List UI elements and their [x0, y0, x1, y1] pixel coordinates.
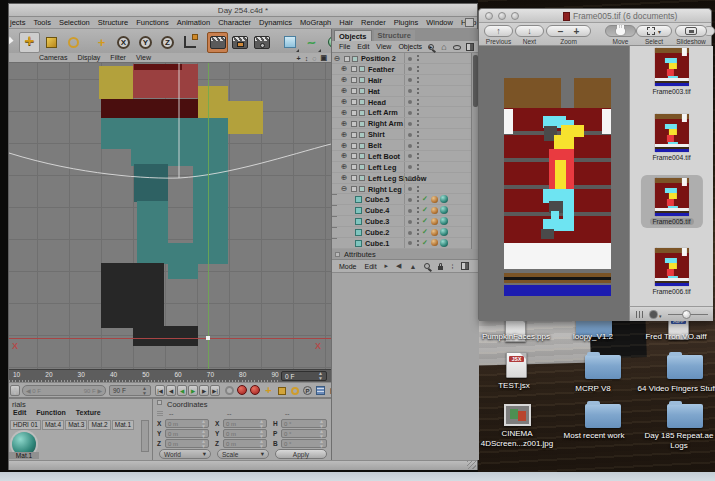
search-icon[interactable] — [424, 263, 430, 269]
slider-knob[interactable] — [682, 310, 691, 319]
tree-item-head[interactable]: ⊕Head — [332, 97, 472, 108]
tree-item-cube-4[interactable]: Cube.4✓ — [332, 205, 472, 216]
editor-render-dots[interactable] — [417, 229, 419, 231]
z-axis-lock-icon[interactable]: Z — [157, 32, 178, 53]
menu-plugins[interactable]: Plugins — [394, 18, 419, 27]
texture-tag-icon[interactable] — [431, 229, 438, 236]
expand-icon[interactable]: ⊕ — [341, 87, 347, 95]
attributes-menu-edit[interactable]: Edit — [365, 263, 377, 270]
editor-render-dots[interactable] — [417, 240, 419, 242]
material-chip-mat-3[interactable]: Mat.3 — [65, 420, 87, 430]
menu-selection[interactable]: Selection — [59, 18, 90, 27]
editor-render-dots[interactable] — [417, 88, 419, 90]
expand-icon[interactable]: ⊖ — [334, 55, 340, 63]
close-button[interactable] — [485, 12, 493, 20]
panel-icon[interactable] — [461, 262, 469, 270]
tab-structure[interactable]: Structure — [374, 30, 415, 41]
editor-render-dots[interactable] — [417, 77, 419, 79]
tree-item-cube-5[interactable]: Cube.5✓ — [332, 194, 472, 205]
visibility-dot[interactable] — [408, 100, 412, 104]
move-button[interactable] — [605, 25, 636, 37]
tree-item-left-leg[interactable]: ⊕Left Leg — [332, 162, 472, 173]
goto-start-icon[interactable]: |◀ — [155, 385, 165, 396]
panel-dot-icon[interactable] — [335, 252, 340, 257]
materials-menu-texture[interactable]: Texture — [76, 409, 101, 416]
texture-tag-icon[interactable] — [431, 196, 438, 203]
attributes-title[interactable]: Attributes — [344, 250, 376, 259]
key-position-icon[interactable]: + — [263, 385, 274, 396]
coord-field-x-1[interactable]: 0 m▲▼ — [165, 419, 209, 428]
desktop-icon-cinema-4dscreen-z001-jpg[interactable] — [504, 404, 531, 426]
tree-item-belt[interactable]: ⊕Belt — [332, 140, 472, 151]
material-name[interactable]: Mat.1 — [9, 452, 39, 459]
visibility-dot[interactable] — [408, 133, 412, 137]
objects-menu-file[interactable]: File — [339, 43, 350, 50]
enabled-check-icon[interactable]: ✓ — [422, 239, 428, 247]
expand-icon[interactable]: ⊕ — [341, 163, 347, 171]
desktop-icon-mcrp-v8[interactable] — [585, 355, 621, 379]
render-picture-viewer-icon[interactable] — [229, 32, 250, 53]
visibility-dot[interactable] — [408, 198, 412, 202]
zoom-in-icon[interactable]: + — [574, 26, 580, 37]
expand-icon[interactable]: ⊕ — [341, 65, 347, 73]
mode-dropdown[interactable]: Scale▾ — [217, 449, 269, 459]
expand-icon[interactable]: ⊕ — [341, 174, 347, 182]
editor-render-dots[interactable] — [417, 55, 419, 57]
tree-item-left-boot[interactable]: ⊕Left Boot — [332, 151, 472, 162]
zoom-out-icon[interactable]: − — [558, 26, 564, 37]
materials-menu-function[interactable]: Function — [36, 409, 66, 416]
editor-render-dots[interactable] — [417, 186, 419, 188]
apply-button[interactable]: Apply — [275, 449, 327, 459]
key-scale-icon[interactable] — [276, 385, 287, 396]
lock-icon[interactable] — [438, 263, 443, 270]
coord-field-y-2[interactable]: 0 m▲▼ — [223, 429, 267, 438]
preview-canvas[interactable] — [479, 46, 629, 321]
back-arrow-icon[interactable]: ◀ — [396, 262, 401, 270]
minimize-button[interactable] — [498, 12, 506, 20]
sphere-primitive-icon[interactable] — [323, 32, 331, 53]
coord-field-p-3[interactable]: 0 °▲▼ — [281, 429, 327, 438]
rotate-tool-icon[interactable] — [63, 32, 84, 53]
expand-icon[interactable]: ⊕ — [341, 76, 347, 84]
attributes-menu-mode[interactable]: Mode — [339, 263, 357, 270]
record-key-icon[interactable] — [250, 385, 260, 395]
render-view-icon[interactable] — [207, 32, 228, 53]
menu-animation[interactable]: Animation — [177, 18, 210, 27]
editor-render-dots[interactable] — [417, 66, 419, 68]
visibility-dot[interactable] — [408, 209, 412, 213]
menu-structure[interactable]: Structure — [98, 18, 128, 27]
desktop-icon-64-video-fingers-stuff[interactable] — [667, 355, 703, 379]
toggle-view-icon[interactable]: ▣ — [320, 54, 327, 62]
coord-field-z-1[interactable]: 0 m▲▼ — [165, 439, 209, 448]
objects-menu-objects[interactable]: Objects — [398, 43, 422, 50]
expand-icon[interactable]: ⊕ — [341, 152, 347, 160]
double-dot-icon[interactable]: ⁞ — [451, 263, 453, 270]
resize-grip[interactable] — [467, 461, 476, 469]
editor-render-dots[interactable] — [417, 131, 419, 133]
material-tag-icon[interactable] — [440, 206, 448, 214]
coord-field-z-2[interactable]: 0 m▲▼ — [223, 439, 267, 448]
editor-render-dots[interactable] — [417, 207, 419, 209]
last-tool-move-icon[interactable]: + — [91, 32, 112, 53]
panel-icon[interactable] — [465, 42, 475, 52]
goto-end-icon[interactable]: ▶| — [210, 385, 220, 396]
editor-render-dots[interactable] — [417, 120, 419, 122]
search-icon[interactable] — [426, 42, 436, 52]
spline-icon[interactable]: ~ — [301, 32, 322, 53]
timeline-ruler[interactable]: 102030405060708090 0 F▲▼ — [9, 369, 331, 382]
texture-tag-icon[interactable] — [431, 207, 438, 214]
enabled-check-icon[interactable]: ✓ — [422, 228, 428, 236]
visibility-dot[interactable] — [408, 241, 412, 245]
material-tag-icon[interactable] — [440, 195, 448, 203]
expand-icon[interactable]: ⊖ — [341, 185, 347, 193]
enabled-check-icon[interactable]: ✓ — [422, 206, 428, 214]
space-dropdown[interactable]: World▾ — [159, 449, 211, 459]
editor-render-dots[interactable] — [417, 175, 419, 177]
play-forward-icon[interactable]: ▶ — [188, 385, 198, 396]
visibility-dot[interactable] — [408, 57, 412, 61]
material-chip-mat-4[interactable]: Mat.4 — [42, 420, 64, 430]
desktop-icon-day-185-repeat-ae-logs[interactable] — [667, 404, 703, 428]
expand-icon[interactable]: ⊕ — [341, 142, 347, 150]
viewport-menu-filter[interactable]: Filter — [110, 54, 126, 61]
tree-item-hat[interactable]: ⊕Hat — [332, 86, 472, 97]
